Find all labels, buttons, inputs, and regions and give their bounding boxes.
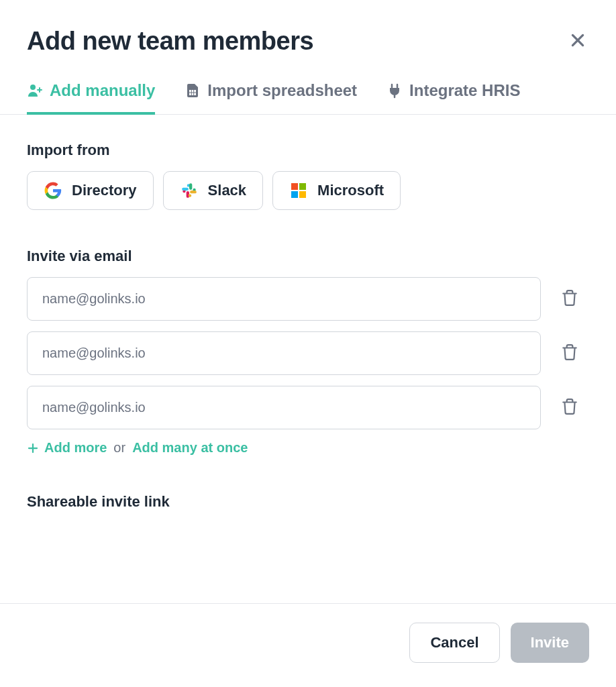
trash-icon [561, 343, 578, 362]
svg-rect-10 [299, 191, 306, 198]
invite-via-email-label: Invite via email [27, 248, 589, 265]
delete-email-button[interactable] [557, 393, 582, 422]
tab-label: Add manually [50, 81, 155, 100]
import-provider-label: Slack [208, 182, 247, 199]
user-plus-icon [27, 83, 43, 99]
add-more-button[interactable]: Add more [27, 440, 107, 456]
email-row [27, 277, 589, 321]
google-icon [44, 181, 62, 200]
tab-integrate-hris[interactable]: Integrate HRIS [387, 74, 520, 115]
import-slack-button[interactable]: Slack [163, 171, 264, 210]
tab-add-manually[interactable]: Add manually [27, 74, 155, 115]
import-provider-label: Microsoft [317, 182, 384, 199]
import-google-directory-button[interactable]: Directory [27, 171, 154, 210]
trash-icon [561, 288, 578, 307]
email-row [27, 331, 589, 375]
tab-label: Integrate HRIS [409, 81, 520, 100]
plus-icon [27, 442, 39, 454]
svg-rect-9 [291, 191, 298, 198]
modal-title: Add new team members [27, 27, 313, 56]
svg-rect-7 [291, 183, 298, 190]
close-icon [569, 32, 586, 49]
modal-content: Import from Directory [0, 115, 616, 603]
import-microsoft-button[interactable]: Microsoft [272, 171, 401, 210]
close-button[interactable] [566, 29, 589, 54]
import-providers: Directory Slack [27, 171, 589, 210]
tab-label: Import spreadsheet [207, 81, 357, 100]
add-many-button[interactable]: Add many at once [132, 440, 248, 456]
tabs: Add manually Import spreadsheet Integrat… [0, 74, 616, 115]
svg-point-2 [30, 85, 36, 90]
delete-email-button[interactable] [557, 284, 582, 313]
import-from-label: Import from [27, 142, 589, 159]
add-more-row: Add more or Add many at once [27, 440, 589, 456]
spreadsheet-icon [185, 83, 201, 99]
invite-button[interactable]: Invite [511, 623, 589, 663]
tab-import-spreadsheet[interactable]: Import spreadsheet [185, 74, 357, 115]
delete-email-button[interactable] [557, 339, 582, 368]
email-input[interactable] [27, 277, 541, 321]
trash-icon [561, 397, 578, 416]
email-input[interactable] [27, 331, 541, 375]
or-text: or [113, 440, 125, 456]
add-members-modal: Add new team members Add manually [0, 0, 616, 687]
svg-rect-8 [299, 183, 306, 190]
modal-footer: Cancel Invite [0, 603, 616, 687]
email-input[interactable] [27, 386, 541, 429]
cancel-button[interactable]: Cancel [409, 623, 499, 663]
email-row [27, 386, 589, 429]
add-more-label: Add more [44, 440, 107, 456]
modal-header: Add new team members [0, 0, 616, 74]
slack-icon [180, 181, 199, 200]
shareable-link-label: Shareable invite link [27, 493, 589, 511]
add-many-label: Add many at once [132, 440, 248, 456]
microsoft-icon [289, 181, 308, 200]
plug-icon [387, 83, 403, 99]
import-provider-label: Directory [72, 182, 137, 199]
